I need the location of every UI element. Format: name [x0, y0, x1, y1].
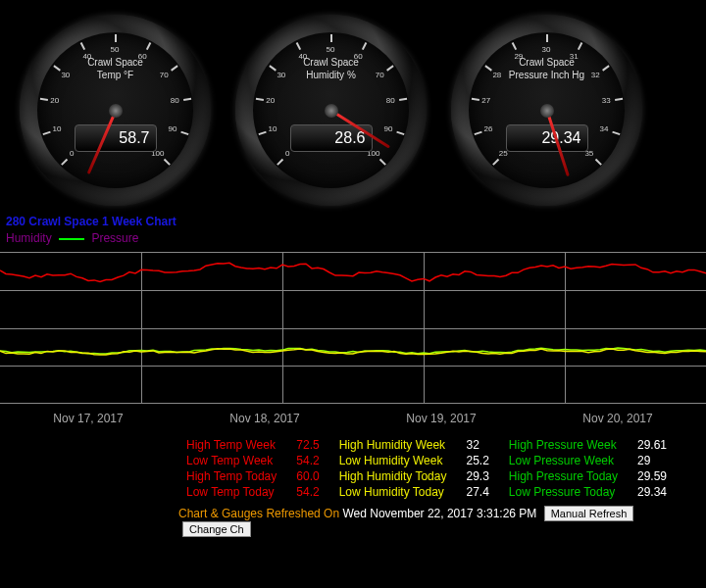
stat-value: 27.4: [456, 484, 498, 500]
gauge-tick-label: 90: [169, 124, 177, 133]
gauge-tick-label: 34: [600, 124, 609, 133]
stat-label: High Temp Today: [176, 468, 286, 484]
gauge-value: 29.34: [506, 124, 588, 152]
x-axis-label: Nov 20, 2017: [530, 412, 706, 425]
gauge-tick-label: 0: [70, 148, 74, 157]
stat-value: 29.34: [628, 484, 677, 500]
chart-title: 280 Crawl Space 1 Week Chart: [6, 214, 700, 229]
chart-x-axis: Nov 17, 2017Nov 18, 2017Nov 19, 2017Nov …: [0, 404, 706, 425]
stat-value: 29.61: [628, 437, 677, 453]
gauge-tick-label: 27: [481, 96, 490, 105]
chart-series: [0, 337, 706, 367]
gauge-tick-label: 80: [171, 96, 179, 105]
stat-value: 54.2: [286, 484, 328, 500]
gauge-tick-label: 20: [50, 96, 59, 105]
chart-header: 280 Crawl Space 1 Week Chart Humidity Pr…: [0, 214, 706, 246]
gauge-tick-label: 26: [484, 124, 493, 133]
gauge-tick-label: 50: [111, 45, 120, 54]
stat-value: 29: [628, 453, 677, 468]
stat-value: 29.3: [456, 468, 498, 484]
x-axis-label: Nov 19, 2017: [353, 412, 530, 425]
table-row: Low Temp Today54.2Low Humidity Today27.4…: [176, 484, 677, 500]
gauge-tick-label: 10: [269, 124, 277, 133]
refresh-label: Chart & Gauges Refreshed On: [178, 507, 339, 520]
week-chart: [0, 252, 706, 404]
gauge-needle-cap: [540, 104, 554, 118]
legend-pressure: Pressure: [91, 231, 138, 245]
gauge: 2526272829303132333435Crawl Space Pressu…: [451, 15, 642, 206]
table-row: Low Temp Week54.2Low Humidity Week25.2Lo…: [176, 453, 677, 468]
stat-value: 72.5: [286, 437, 328, 453]
stat-value: 25.2: [456, 453, 498, 468]
chart-legend: Humidity Pressure: [6, 230, 700, 246]
stat-label: High Humidity Week: [329, 437, 457, 453]
gauge-title: Crawl Space Temp °F: [20, 56, 211, 81]
gauge-tick-label: 90: [384, 124, 393, 133]
gauge-tick-label: 50: [327, 45, 335, 54]
refresh-timestamp: Wed November 22, 2017 3:31:26 PM: [342, 507, 536, 520]
manual-refresh-button[interactable]: Manual Refresh: [544, 506, 634, 521]
stat-value: 54.2: [286, 453, 328, 468]
stat-label: High Pressure Week: [499, 437, 628, 453]
stat-value: 60.0: [286, 468, 328, 484]
legend-humidity: Humidity: [6, 231, 52, 245]
gauge-tick-label: 0: [285, 148, 289, 157]
stat-label: Low Humidity Week: [329, 453, 457, 468]
stats-table: High Temp Week72.5High Humidity Week32Hi…: [0, 425, 706, 504]
gauge: 0102030405060708090100Crawl Space Temp °…: [20, 15, 211, 206]
gauge-needle-cap: [109, 104, 123, 118]
stat-label: Low Temp Today: [176, 484, 286, 500]
gauge-tick-label: 80: [386, 96, 395, 105]
gauge-title: Crawl Space Humidity %: [235, 56, 427, 81]
stat-label: Low Temp Week: [176, 453, 286, 468]
gauge: 0102030405060708090100Crawl Space Humidi…: [235, 15, 427, 206]
stat-label: Low Pressure Today: [499, 484, 628, 500]
gauge-tick-label: 20: [266, 96, 275, 105]
change-chart-button[interactable]: Change Ch: [182, 521, 251, 537]
table-row: High Temp Week72.5High Humidity Week32Hi…: [176, 437, 677, 453]
gauge-value: 58.7: [75, 124, 157, 152]
chart-series: [0, 257, 706, 286]
table-row: High Temp Today60.0High Humidity Today29…: [176, 468, 677, 484]
gauge-tick-label: 30: [542, 45, 551, 54]
gauge-title: Crawl Space Pressure Inch Hg: [451, 56, 642, 81]
footer-bar: Chart & Gauges Refreshed On Wed November…: [0, 504, 706, 537]
stat-label: High Temp Week: [176, 437, 286, 453]
stat-label: High Humidity Today: [329, 468, 457, 484]
x-axis-label: Nov 17, 2017: [0, 412, 176, 425]
legend-line-icon: [59, 238, 84, 240]
stat-label: High Pressure Today: [499, 468, 628, 484]
gauge-tick-label: 33: [602, 96, 611, 105]
stat-label: Low Pressure Week: [499, 453, 628, 468]
x-axis-label: Nov 18, 2017: [176, 412, 353, 425]
gauge-needle-cap: [325, 104, 338, 118]
gauge-tick-label: 10: [53, 124, 62, 133]
gauge-row: 0102030405060708090100Crawl Space Temp °…: [0, 0, 706, 214]
stat-value: 29.59: [628, 468, 677, 484]
stat-label: Low Humidity Today: [329, 484, 457, 500]
stat-value: 32: [456, 437, 498, 453]
